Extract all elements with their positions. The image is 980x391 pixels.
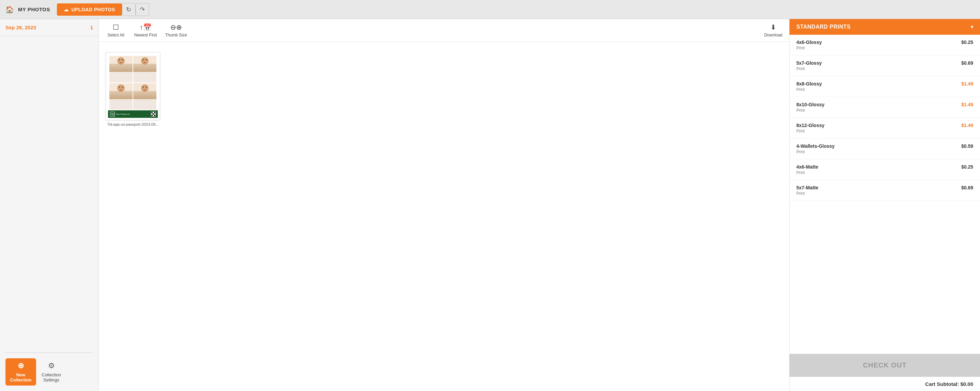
- cloud-upload-icon: ☁: [64, 7, 69, 12]
- list-item[interactable]: 4-Wallets-Glossy Print $0.59: [789, 138, 980, 159]
- print-type: Print: [796, 129, 825, 134]
- download-icon: ⬇: [770, 23, 776, 31]
- print-type: Print: [796, 67, 822, 71]
- share-icon: ↷: [140, 6, 145, 13]
- refresh-icon: ↻: [126, 6, 131, 13]
- camera-icon: 🏠: [5, 5, 14, 14]
- toolbar-right: ⬇ Download: [764, 23, 783, 38]
- print-type: Print: [796, 170, 818, 175]
- sidebar-spacer: [0, 36, 99, 353]
- print-price: $0.69: [961, 60, 973, 66]
- new-collection-button[interactable]: ⊕ NewCollection: [5, 358, 36, 386]
- sidebar-count: 1: [90, 24, 93, 30]
- print-info: 4x6-Matte Print: [796, 164, 818, 175]
- thumb-size-label: Thumb Size: [165, 33, 187, 38]
- print-price: $0.59: [961, 143, 973, 149]
- brand-label: MY PHOTOS: [18, 6, 50, 12]
- cart-subtotal-value: $0.00: [960, 381, 973, 387]
- print-price: $1.49: [961, 81, 973, 86]
- cart-subtotal-label: Cart Subtotal:: [925, 381, 959, 387]
- print-price: $0.25: [961, 40, 973, 45]
- sidebar: Sep 26, 2023 1 ⊕ NewCollection ⚙ Collect…: [0, 19, 99, 391]
- print-type: Print: [796, 108, 825, 113]
- photo-grid: 7D https://7idapp.com 7id-app-: [99, 42, 789, 391]
- thumb-size-icon: ⊖⊕: [170, 23, 182, 31]
- checkout-button[interactable]: CHECK OUT: [789, 354, 980, 377]
- checkout-section: CHECK OUT: [789, 354, 980, 377]
- cart-subtotal: Cart Subtotal: $0.00: [789, 377, 980, 391]
- print-name: 4-Wallets-Glossy: [796, 143, 835, 149]
- share-button[interactable]: ↷: [135, 3, 149, 16]
- print-name: 4x6-Matte: [796, 164, 818, 170]
- checkbox-icon: ☐: [113, 23, 119, 31]
- sort-icon: ↑📅: [140, 23, 152, 31]
- newest-first-label: Newest First: [134, 33, 157, 38]
- chevron-down-icon: ▾: [971, 24, 974, 30]
- list-item[interactable]: 7D https://7idapp.com 7id-app-: [106, 52, 160, 126]
- select-all-button[interactable]: ☐ Select All: [106, 23, 126, 38]
- download-button[interactable]: ⬇ Download: [764, 23, 783, 38]
- standard-prints-header[interactable]: STANDARD PRINTS ▾: [789, 19, 980, 35]
- gear-icon: ⚙: [48, 361, 55, 370]
- print-type: Print: [796, 46, 822, 51]
- refresh-button[interactable]: ↻: [122, 3, 135, 16]
- plus-icon: ⊕: [18, 361, 24, 370]
- collection-settings-button[interactable]: ⚙ CollectionSettings: [41, 361, 61, 383]
- print-type: Print: [796, 149, 835, 154]
- list-item[interactable]: 4x6-Glossy Print $0.25: [789, 35, 980, 56]
- prints-list: 4x6-Glossy Print $0.25 5x7-Glossy Print …: [789, 35, 980, 354]
- header-left: 🏠 MY PHOTOS: [5, 5, 50, 14]
- print-type: Print: [796, 191, 818, 196]
- main-layout: Sep 26, 2023 1 ⊕ NewCollection ⚙ Collect…: [0, 19, 980, 391]
- list-item[interactable]: 8x8-Glossy Print $1.49: [789, 76, 980, 97]
- print-name: 5x7-Matte: [796, 185, 818, 191]
- thumb-size-button[interactable]: ⊖⊕ Thumb Size: [165, 23, 187, 38]
- print-name: 4x6-Glossy: [796, 40, 822, 45]
- list-item[interactable]: 5x7-Matte Print $0.69: [789, 180, 980, 201]
- content-area: ☐ Select All ↑📅 Newest First ⊖⊕ Thumb Si…: [99, 19, 789, 391]
- header: 🏠 MY PHOTOS ☁ UPLOAD PHOTOS ↻ ↷: [0, 0, 980, 19]
- print-type: Print: [796, 87, 822, 92]
- print-name: 8x8-Glossy: [796, 81, 822, 86]
- print-info: 8x10-Glossy Print: [796, 102, 825, 113]
- print-info: 8x12-Glossy Print: [796, 122, 825, 134]
- print-info: 5x7-Matte Print: [796, 185, 818, 196]
- newest-first-button[interactable]: ↑📅 Newest First: [134, 23, 157, 38]
- print-price: $1.49: [961, 102, 973, 107]
- print-name: 5x7-Glossy: [796, 60, 822, 66]
- photo-filename: 7id-app-us-passport-2023-09...: [107, 122, 158, 126]
- toolbar: ☐ Select All ↑📅 Newest First ⊖⊕ Thumb Si…: [99, 19, 789, 42]
- download-label: Download: [764, 33, 783, 38]
- print-info: 4x6-Glossy Print: [796, 40, 822, 51]
- print-info: 5x7-Glossy Print: [796, 60, 822, 71]
- new-collection-label: NewCollection: [10, 372, 32, 383]
- sidebar-date-row: Sep 26, 2023 1: [0, 19, 99, 36]
- upload-photos-button[interactable]: ☁ UPLOAD PHOTOS: [57, 3, 122, 16]
- sidebar-actions: ⊕ NewCollection ⚙ CollectionSettings: [0, 353, 99, 391]
- list-item[interactable]: 8x12-Glossy Print $1.49: [789, 118, 980, 138]
- standard-prints-label: STANDARD PRINTS: [796, 24, 851, 30]
- right-panel: STANDARD PRINTS ▾ 4x6-Glossy Print $0.25…: [789, 19, 980, 391]
- photo-thumbnail: 7D https://7idapp.com: [106, 52, 160, 120]
- print-info: 4-Wallets-Glossy Print: [796, 143, 835, 154]
- print-price: $1.49: [961, 122, 973, 128]
- print-name: 8x10-Glossy: [796, 102, 825, 107]
- collection-settings-label: CollectionSettings: [41, 372, 61, 383]
- print-price: $0.25: [961, 164, 973, 170]
- list-item[interactable]: 5x7-Glossy Print $0.69: [789, 56, 980, 76]
- print-info: 8x8-Glossy Print: [796, 81, 822, 92]
- upload-photos-label: UPLOAD PHOTOS: [71, 7, 115, 12]
- print-name: 8x12-Glossy: [796, 122, 825, 128]
- list-item[interactable]: 8x10-Glossy Print $1.49: [789, 97, 980, 118]
- print-price: $0.69: [961, 185, 973, 191]
- sidebar-date: Sep 26, 2023: [5, 24, 36, 30]
- list-item[interactable]: 4x6-Matte Print $0.25: [789, 159, 980, 180]
- select-all-label: Select All: [107, 33, 124, 38]
